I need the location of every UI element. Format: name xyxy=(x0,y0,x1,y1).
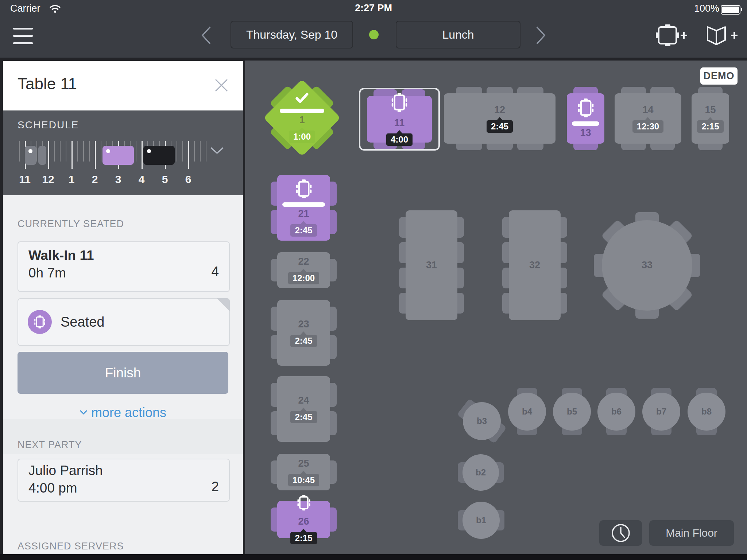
clock-icon xyxy=(611,523,631,543)
seated-table-icon xyxy=(577,98,594,118)
table-number: b2 xyxy=(476,467,486,478)
close-icon[interactable] xyxy=(213,77,231,94)
panel-header: Table 11 xyxy=(3,61,243,110)
table-number: b5 xyxy=(567,407,577,417)
table-content: b1 xyxy=(462,502,500,539)
table-number: b4 xyxy=(522,407,532,417)
table-14[interactable]: 1412:30 xyxy=(615,93,681,144)
table-11[interactable]: 114:00 xyxy=(367,96,432,143)
schedule-block[interactable] xyxy=(143,146,174,165)
table-content: 1412:30 xyxy=(615,93,681,144)
seated-table-icon xyxy=(297,495,311,511)
panel-title: Table 11 xyxy=(18,75,77,93)
timeline-tick xyxy=(136,141,136,162)
table-number: b7 xyxy=(656,407,666,417)
timeline-tick xyxy=(200,141,201,162)
table-13[interactable]: 13 xyxy=(567,93,604,144)
table-b1[interactable]: b1 xyxy=(462,502,500,539)
chevron-down-icon xyxy=(80,410,88,415)
timeline-tick xyxy=(19,141,20,162)
table-b6[interactable]: b6 xyxy=(597,393,635,431)
table-number: 15 xyxy=(705,104,716,116)
shift-button[interactable]: Lunch xyxy=(396,21,520,48)
timeline-tick xyxy=(54,141,55,162)
table-b7[interactable]: b7 xyxy=(642,393,680,431)
table-time-badge: 12:30 xyxy=(632,120,663,133)
table-32[interactable]: 32 xyxy=(509,210,561,320)
table-time-badge: 1:00 xyxy=(289,131,315,143)
table-b8[interactable]: b8 xyxy=(688,393,725,431)
timeline-tick xyxy=(66,141,66,162)
seated-party-card[interactable]: Walk-In 11 0h 7m 4 xyxy=(18,241,230,292)
table-25[interactable]: 2510:45 xyxy=(277,454,330,490)
assigned-servers-label: ASSIGNED SERVERS xyxy=(18,541,124,552)
table-content: 232:45 xyxy=(277,300,330,366)
table-content: b4 xyxy=(508,393,546,431)
prev-day-chevron-icon[interactable] xyxy=(201,26,212,47)
timeline-tick xyxy=(101,141,101,162)
timeline-tick xyxy=(206,141,206,162)
date-button[interactable]: Thursday, Sep 10 xyxy=(231,21,353,48)
table-1[interactable]: 11:00 xyxy=(275,90,329,145)
main-floor-button[interactable]: Main Floor xyxy=(649,520,734,546)
table-content: 212:45 xyxy=(277,175,330,241)
table-24[interactable]: 242:45 xyxy=(277,376,330,442)
next-party-card[interactable]: Julio Parrish 4:00 pm 2 xyxy=(18,459,230,502)
table-time-badge: 12:00 xyxy=(288,272,319,284)
bottom-strip xyxy=(0,554,747,560)
finish-button[interactable]: Finish xyxy=(18,352,228,394)
timeline-clock-button[interactable] xyxy=(599,520,642,546)
timeline-hour-label: 11 xyxy=(13,173,36,186)
timeline-tick xyxy=(95,141,96,169)
table-b5[interactable]: b5 xyxy=(553,393,591,431)
timeline-hour-label: 5 xyxy=(153,173,177,186)
more-actions-link[interactable]: more actions xyxy=(3,405,243,420)
timeline-hour-label: 1 xyxy=(60,173,83,186)
table-number: 12 xyxy=(494,104,505,116)
table-number: 23 xyxy=(298,319,309,330)
table-content: 31 xyxy=(406,210,457,320)
top-bar: Carrier 2:27 PM 100% Thursday, Sep 10 Lu… xyxy=(0,0,747,58)
timeline-hour-label: 3 xyxy=(107,173,130,186)
table-number: 14 xyxy=(642,104,653,116)
table-12[interactable]: 122:45 xyxy=(444,93,556,144)
add-walkin-table-icon[interactable] xyxy=(655,24,688,48)
turn-progress-bar xyxy=(572,121,599,126)
timeline-tick xyxy=(177,141,177,162)
timeline-tick xyxy=(194,141,195,162)
table-number: 26 xyxy=(298,516,309,527)
table-number: b1 xyxy=(476,515,486,525)
timeline-tick xyxy=(83,141,84,162)
next-day-chevron-icon[interactable] xyxy=(535,26,546,47)
nav-divider xyxy=(0,58,747,61)
schedule-expand-chevron-icon[interactable] xyxy=(209,146,225,155)
table-b4[interactable]: b4 xyxy=(508,393,546,431)
next-party-name: Julio Parrish xyxy=(28,463,103,478)
table-15[interactable]: 152:15 xyxy=(692,93,729,144)
table-22[interactable]: 2212:00 xyxy=(277,252,330,288)
status-dot xyxy=(369,30,379,39)
next-party-size: 2 xyxy=(211,479,219,494)
table-21[interactable]: 212:45 xyxy=(277,175,330,241)
table-time-badge: 2:45 xyxy=(290,335,317,347)
table-content: 152:15 xyxy=(692,93,729,144)
add-reservation-book-icon[interactable] xyxy=(705,24,739,48)
table-31[interactable]: 31 xyxy=(406,210,457,320)
table-b2[interactable]: b2 xyxy=(462,454,499,491)
schedule-block[interactable] xyxy=(25,146,36,165)
table-23[interactable]: 232:45 xyxy=(277,300,330,366)
table-33[interactable]: 33 xyxy=(602,220,692,311)
table-time-badge: 2:45 xyxy=(487,120,513,133)
menu-icon[interactable] xyxy=(13,28,33,44)
schedule-block-dot xyxy=(28,149,32,153)
check-icon xyxy=(295,93,309,104)
schedule-block[interactable] xyxy=(38,146,46,165)
schedule-timeline: 1112123456 xyxy=(3,141,243,195)
table-number: b3 xyxy=(477,416,487,426)
table-26[interactable]: 262:15 xyxy=(277,501,330,538)
table-number: 24 xyxy=(298,395,309,406)
next-party-label: NEXT PARTY xyxy=(18,439,82,451)
schedule-block[interactable] xyxy=(102,146,133,165)
table-b3[interactable]: b3 xyxy=(463,402,501,440)
status-card[interactable]: Seated xyxy=(18,298,230,346)
